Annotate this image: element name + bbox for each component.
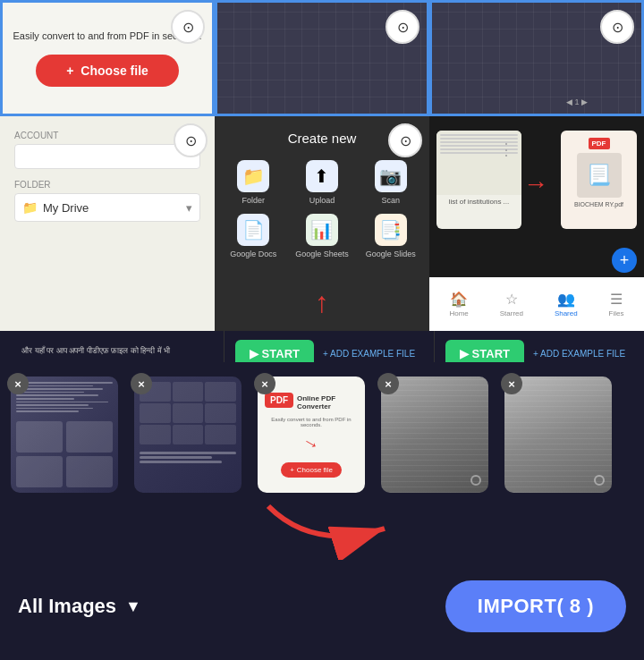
folder-value: My Drive	[43, 201, 89, 215]
thumb-image-pdf: PDF Online PDF Converter Easily convert …	[258, 377, 365, 493]
account-input[interactable]	[14, 144, 200, 169]
folder-input[interactable]: 📁 My Drive ▾	[14, 193, 200, 222]
drive-nav-shared[interactable]: 👥 Shared	[555, 291, 578, 317]
create-folder-item[interactable]: 📁 Folder	[224, 160, 284, 205]
add-example-link-1[interactable]: + ADD EXAMPLE FILE	[323, 349, 415, 359]
chevron-down-icon: ▾	[186, 201, 192, 215]
pdf-plus-icon: +	[290, 466, 294, 474]
folder-create-label: Folder	[242, 196, 266, 205]
create-slides-item[interactable]: 📑 Google Slides	[360, 214, 420, 258]
choose-file-cell: Easily convert to and from PDF in second…	[0, 0, 215, 116]
drive-add-button[interactable]: +	[612, 248, 637, 273]
starred-label: Starred	[500, 309, 523, 317]
sheets-icon: 📊	[306, 214, 338, 246]
institutions-more-icon[interactable]: ⋮	[498, 140, 514, 159]
plus-icon: +	[66, 63, 73, 78]
metal2-circle-icon	[594, 475, 605, 486]
shared-icon: 👥	[557, 291, 575, 308]
pdf-choose-btn[interactable]: + Choose file	[281, 462, 342, 478]
all-images-label: All Images	[18, 595, 116, 618]
circle-action-icon-4[interactable]: ⊙	[174, 123, 208, 157]
hindi-text: और यहाँ पर आप अपनी पीडीएफ़ फ़ाइल को हिन्…	[11, 338, 213, 365]
circle-action-icon-5[interactable]: ⊙	[388, 123, 422, 157]
files-label: Files	[609, 309, 624, 317]
biochem-card[interactable]: PDF 📃 BIOCHEM RY.pdf	[561, 131, 637, 229]
big-red-arrow	[259, 488, 402, 563]
pdf-file-icon: 📃	[587, 164, 611, 187]
pdf-arrow-icon: →	[299, 429, 325, 456]
scan-label: Scan	[381, 196, 400, 205]
slides-label: Google Slides	[366, 250, 416, 258]
biochem-label: BIOCHEM RY.pdf	[574, 201, 623, 207]
create-sheets-item[interactable]: 📊 Google Sheets	[292, 214, 352, 258]
scan-icon: 📷	[375, 160, 407, 192]
create-new-title: Create new	[288, 131, 357, 146]
add-example-link-2[interactable]: + ADD EXAMPLE FILE	[533, 349, 625, 359]
close-thumb-1[interactable]: ×	[7, 373, 29, 394]
dark-grid-cell-1: ⊙	[215, 0, 429, 116]
shared-label: Shared	[555, 309, 578, 317]
circle-action-icon-3[interactable]: ⊙	[600, 10, 634, 44]
pdf-choose-label: Choose file	[297, 466, 333, 474]
dropdown-chevron-icon: ▼	[125, 597, 141, 616]
drive-nav-starred[interactable]: ☆ Starred	[500, 291, 523, 317]
pdf-converter-title: Online PDF Converter	[297, 394, 358, 410]
docs-icon: 📄	[237, 214, 269, 246]
thumb-image-1	[11, 377, 118, 493]
thumb-image-metal-1	[381, 377, 488, 493]
folder-icon: 📁	[22, 200, 38, 215]
create-new-cell: ⊙ Create new 📁 Folder ⬆ Upload 📷 Scan 📄 …	[215, 116, 429, 331]
scan-arrow: ↑	[315, 288, 329, 317]
close-thumb-3[interactable]: ×	[254, 373, 275, 394]
create-scan-item[interactable]: 📷 Scan	[360, 160, 420, 205]
pdf-logo: PDF	[265, 393, 293, 408]
account-label: ACCOUNT	[14, 131, 200, 140]
thumbnail-5: ×	[504, 377, 621, 502]
close-thumb-5[interactable]: ×	[501, 373, 522, 394]
thumb-image-2	[134, 377, 242, 493]
bottom-bar: All Images ▼ IMPORT( 8 )	[0, 571, 644, 660]
pdf-converter-tagline: Easily convert to and from PDF in second…	[265, 417, 358, 427]
docs-label: Google Docs	[230, 250, 276, 258]
thumbnail-1: ×	[11, 377, 127, 502]
close-thumb-4[interactable]: ×	[377, 373, 399, 394]
upload-icon: ⬆	[306, 160, 338, 192]
thumbnail-2: ×	[134, 377, 250, 502]
close-thumb-2[interactable]: ×	[131, 373, 152, 394]
drive-nav-files[interactable]: ☰ Files	[609, 291, 624, 317]
biochem-thumbnail: 📃	[577, 153, 622, 198]
drive-nav-home[interactable]: 🏠 Home	[449, 291, 468, 317]
drive-bottom-nav: 🏠 Home ☆ Starred 👥 Shared ☰ Files	[429, 277, 644, 331]
account-folder-cell: ⊙ ACCOUNT FOLDER 📁 My Drive ▾	[0, 116, 215, 331]
pdf-badge: PDF	[589, 138, 610, 149]
create-upload-item[interactable]: ⬆ Upload	[292, 160, 352, 205]
folder-label: FOLDER	[14, 180, 200, 190]
home-label: Home	[449, 309, 468, 317]
starred-icon: ☆	[505, 291, 518, 308]
create-new-grid: 📁 Folder ⬆ Upload 📷 Scan 📄 Google Docs 📊	[224, 160, 420, 258]
import-button[interactable]: IMPORT( 8 )	[445, 580, 626, 632]
choose-file-button[interactable]: + Choose file	[36, 55, 179, 87]
thumbnail-4: ×	[381, 377, 497, 502]
thumb-image-metal-2	[504, 377, 612, 493]
institutions-label: list of institutions ...	[436, 195, 521, 208]
drive-cell: list of institutions ... ⋮ PDF 📃 BIOCHEM…	[429, 116, 644, 331]
home-icon: 🏠	[450, 291, 468, 308]
thumbnail-3: × PDF Online PDF Converter Easily conver…	[258, 377, 374, 502]
all-images-dropdown[interactable]: All Images ▼	[18, 595, 141, 618]
upload-label: Upload	[309, 196, 335, 205]
files-icon: ☰	[610, 291, 623, 308]
institutions-card[interactable]: list of institutions ... ⋮	[436, 131, 521, 229]
drive-arrow: →	[523, 170, 548, 199]
metal-circle-icon	[470, 475, 481, 486]
page-indicator: ◀ 1 ▶	[566, 97, 588, 106]
choose-file-label: Choose file	[80, 63, 148, 78]
dark-grid-cell-2: ⊙ ◀ 1 ▶	[429, 0, 644, 116]
create-docs-item[interactable]: 📄 Google Docs	[224, 214, 284, 258]
folder-create-icon: 📁	[237, 160, 269, 192]
circle-action-icon-1[interactable]: ⊙	[171, 10, 205, 44]
slides-icon: 📑	[375, 214, 407, 246]
circle-action-icon-2[interactable]: ⊙	[386, 10, 419, 44]
sheets-label: Google Sheets	[295, 250, 349, 258]
